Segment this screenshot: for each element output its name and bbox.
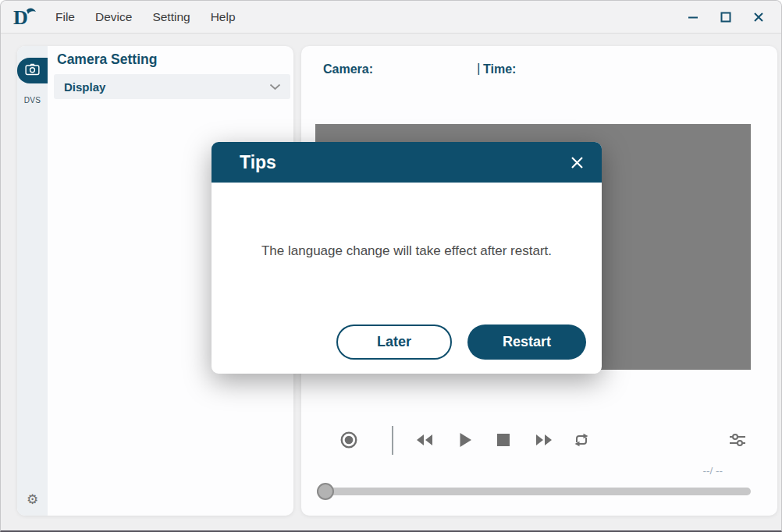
- filter-settings-icon[interactable]: [729, 433, 746, 447]
- menu-device[interactable]: Device: [89, 7, 138, 27]
- display-dropdown[interactable]: Display: [54, 74, 290, 99]
- timeline-slider[interactable]: [317, 488, 751, 495]
- camera-label: Camera:: [323, 62, 373, 76]
- window-controls: [686, 10, 766, 24]
- sidebar-tab-camera[interactable]: [17, 58, 48, 83]
- app-window: D File Device Setting Help: [0, 0, 782, 532]
- controls-divider: [392, 426, 393, 455]
- viewer-header: Camera: | Time:: [323, 62, 373, 76]
- sidebar-item-dvs[interactable]: DVS: [17, 96, 48, 105]
- tips-dialog: Tips The language change will take effec…: [211, 142, 602, 374]
- rewind-button[interactable]: [416, 434, 433, 446]
- close-button[interactable]: [752, 10, 766, 24]
- sidebar-rail: DVS ⚙: [17, 46, 48, 516]
- time-label: Time:: [483, 62, 516, 76]
- record-button[interactable]: [339, 431, 358, 449]
- menu-bar: File Device Setting Help: [49, 7, 242, 27]
- dialog-title: Tips: [240, 152, 276, 173]
- camera-setting-title: Camera Setting: [57, 51, 157, 68]
- tips-dialog-header: Tips: [211, 142, 602, 183]
- dialog-close-icon[interactable]: [567, 153, 586, 172]
- restart-button[interactable]: Restart: [467, 325, 586, 360]
- header-separator: |: [477, 61, 480, 76]
- fast-forward-button[interactable]: [535, 434, 553, 446]
- gear-icon[interactable]: ⚙: [17, 493, 48, 506]
- timeline-slider-thumb[interactable]: [317, 483, 334, 500]
- camera-icon: [25, 63, 40, 79]
- title-bar: D File Device Setting Help: [1, 1, 781, 34]
- menu-file[interactable]: File: [49, 7, 81, 27]
- maximize-button[interactable]: [719, 10, 733, 24]
- loop-button[interactable]: [572, 432, 591, 448]
- later-button[interactable]: Later: [336, 325, 452, 360]
- svg-text:D: D: [13, 6, 28, 29]
- minimize-button[interactable]: [686, 10, 700, 24]
- dialog-message: The language change will take effect aft…: [211, 243, 602, 259]
- display-dropdown-value: Display: [64, 80, 105, 94]
- menu-setting[interactable]: Setting: [146, 7, 196, 27]
- menu-help[interactable]: Help: [204, 7, 242, 27]
- chevron-down-icon: [269, 83, 281, 90]
- frame-counter: --/ --: [703, 465, 723, 477]
- stop-button[interactable]: [496, 433, 510, 447]
- app-logo-icon: D: [12, 5, 38, 29]
- play-button[interactable]: [459, 432, 472, 448]
